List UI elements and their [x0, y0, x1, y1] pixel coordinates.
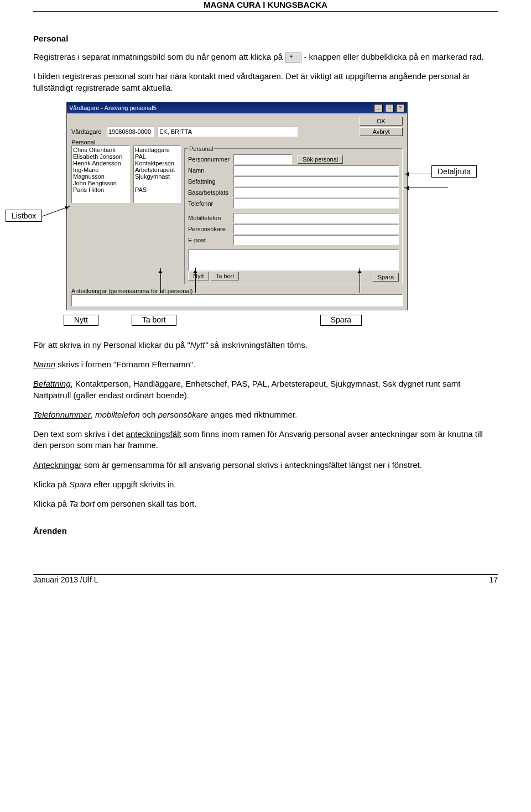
lbl-personsokare: Personsökare — [188, 226, 233, 232]
para-6: Anteckningar som är gemensamma för all a… — [33, 460, 498, 471]
p8a: Klicka på — [33, 499, 69, 508]
section-title: Personal — [33, 34, 498, 43]
window-titlebar: Vårdtagare - Ansvarig personal5 _ □ × — [67, 102, 407, 113]
arrowhead-nytt — [158, 268, 163, 273]
lbl-befattning: Befattning — [188, 178, 233, 185]
para-7: Klicka på Spara efter uppgift skrivits i… — [33, 479, 498, 490]
intro1a: Registreras i separat inmatningsbild som… — [33, 52, 285, 61]
lbl-personnummer: Personnummer — [188, 156, 233, 163]
p1a: För att skriva in ny Personal klickar du… — [33, 340, 190, 350]
lbl-epost: E-post — [188, 237, 233, 243]
page-header: MAGNA CURA I KUNGSBACKA — [33, 0, 498, 12]
toolbar-button-icon — [285, 53, 301, 63]
window-min-button[interactable]: _ — [374, 104, 383, 112]
lbl-anteckningar: Anteckningar (gemensamma för all persona… — [71, 288, 403, 294]
arrowhead-spara — [357, 268, 362, 273]
field-namn[interactable] — [233, 165, 399, 175]
annot-nytt: Nytt — [64, 315, 98, 326]
listbox-names[interactable]: Chris Ottenbark Elisabeth Jonsson Henrik… — [71, 145, 130, 203]
lbl-namn: Namn — [188, 167, 233, 174]
p4c: mobiltelefon — [95, 410, 140, 419]
field-personnummer[interactable] — [233, 154, 292, 164]
avbryt-button[interactable]: Avbryt — [360, 127, 403, 136]
lbl-telefonnr: Telefonnr — [188, 200, 233, 207]
para-2: Namn skrivs i formen "Förnamn Efternamn"… — [33, 359, 498, 370]
p3b: , Kontaktperson, Handläggare, Enhetschef… — [33, 379, 460, 399]
field-befattning[interactable] — [233, 176, 399, 186]
ok-button[interactable]: OK — [360, 117, 403, 126]
para-3: Befattning, Kontaktperson, Handläggare, … — [33, 378, 498, 401]
page-footer: Januari 2013 /Ulf L 17 — [33, 574, 498, 584]
p5u: anteckningsfält — [126, 429, 181, 439]
lbl-personal-left: Personal — [71, 139, 403, 145]
footer-left: Januari 2013 /Ulf L — [33, 575, 98, 584]
window-max-button[interactable]: □ — [385, 104, 394, 112]
notes-all[interactable] — [71, 294, 403, 306]
field-telefonnr[interactable] — [233, 199, 399, 209]
p4b: , — [91, 410, 95, 419]
fieldset-personal: Personal Personnummer Sök personal Namn … — [184, 145, 403, 284]
arrow-detaljruta-2 — [404, 188, 448, 188]
p6b: som är gemensamma för all ansvarig perso… — [82, 460, 422, 470]
window-close-button[interactable]: × — [396, 104, 405, 112]
field-basarbetsplats[interactable] — [233, 188, 399, 197]
para-1: För att skriva in ny Personal klickar du… — [33, 340, 498, 351]
footer-page-number: 17 — [489, 575, 498, 584]
p2b: skrivs i formen "Förnamn Efternamn". — [55, 360, 195, 369]
p7em: Spara — [69, 480, 91, 489]
annot-listbox: Listbox — [6, 210, 42, 222]
notes-per-person[interactable] — [188, 249, 399, 270]
heading-arenden: Ärenden — [33, 526, 498, 535]
para-8: Klicka på Ta bort om personen skall tas … — [33, 498, 498, 509]
p7b: efter uppgift skrivits in. — [91, 480, 176, 489]
p5a: Den text som skrivs i det — [33, 429, 126, 439]
listbox-roles[interactable]: Handläggare PAL Kontaktperson Arbetstera… — [133, 145, 181, 203]
p4e: personsökare — [158, 410, 208, 419]
field-mobiltelefon[interactable] — [233, 213, 399, 223]
screenshot-window: Vårdtagare - Ansvarig personal5 _ □ × OK… — [66, 102, 408, 310]
para-5: Den text som skrivs i det anteckningsfäl… — [33, 429, 498, 451]
p3a: Befattning — [33, 379, 71, 388]
intro-paragraph-1: Registreras i separat inmatningsbild som… — [33, 51, 498, 63]
tabort-button[interactable]: Ta bort — [211, 272, 240, 280]
annot-tabort: Ta bort — [132, 315, 176, 326]
arrowhead-tabort — [193, 268, 197, 273]
window-buttons: _ □ × — [373, 103, 405, 112]
lbl-vardtagare: Vårdtagare — [71, 128, 103, 135]
p6a: Anteckningar — [33, 460, 82, 470]
field-namn-top[interactable]: EK, BRITTA — [158, 127, 298, 137]
arrow-detaljruta-1 — [404, 174, 431, 174]
p1em: Nytt" — [190, 340, 208, 350]
p2a: Namn — [33, 360, 55, 369]
lbl-mobiltelefon: Mobiltelefon — [188, 215, 233, 221]
nytt-button[interactable]: Nytt — [188, 272, 209, 280]
lbl-basarbetsplats: Basarbetsplats — [188, 189, 233, 196]
p1b: så inskrivningsfälten töms. — [208, 340, 308, 350]
p7a: Klicka på — [33, 480, 69, 489]
fieldset-legend: Personal — [188, 145, 214, 152]
p8b: om personen skall tas bort. — [95, 499, 196, 508]
field-pnr[interactable]: 19080808-0000 — [107, 127, 154, 137]
annot-spara: Spara — [320, 315, 362, 326]
screenshot-block: Vårdtagare - Ansvarig personal5 _ □ × OK… — [33, 102, 498, 309]
spara-button[interactable]: Spara — [373, 273, 399, 282]
p8em: Ta bort — [69, 499, 95, 508]
p4d: och — [140, 410, 158, 419]
p4f: anges med riktnummer. — [208, 410, 297, 419]
para-4: Telefonnummer, mobiltelefon och personsö… — [33, 409, 498, 420]
field-personsokare[interactable] — [233, 224, 399, 234]
intro-paragraph-2: I bilden registreras personal som har nä… — [33, 71, 498, 93]
p4a: Telefonnummer — [33, 410, 91, 419]
field-epost[interactable] — [233, 235, 399, 245]
sok-personal-button[interactable]: Sök personal — [298, 155, 343, 164]
bottom-annot-row: Nytt Ta bort Spara — [64, 315, 498, 326]
intro1b: - knappen eller dubbelklicka på en marke… — [304, 52, 483, 61]
annot-detaljruta: Detaljruta — [431, 165, 477, 178]
window-title: Vårdtagare - Ansvarig personal5 — [69, 105, 157, 111]
